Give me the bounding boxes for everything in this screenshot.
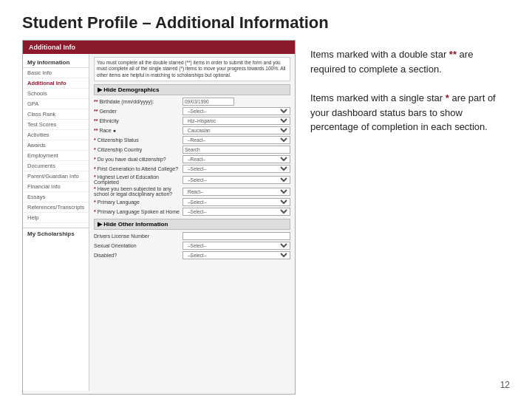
sidebar-section-label: My Information <box>23 57 89 68</box>
field-drivers-license-input[interactable] <box>183 232 290 240</box>
field-primary-language-select[interactable]: –Select– <box>183 198 290 206</box>
sidebar-item-basic-info[interactable]: Basic Info <box>23 68 89 78</box>
field-drivers-license-label: Drivers License Number <box>94 233 183 239</box>
field-home-language-label: * Primary Language Spoken at Home <box>94 209 183 214</box>
sidebar-item-references[interactable]: References/Transcripts <box>23 202 89 213</box>
mockup-body: My Information Basic Info Additional Inf… <box>23 54 295 391</box>
sidebar-item-financial[interactable]: Financial Info <box>23 182 89 192</box>
field-gender-label: ** Gender <box>94 109 183 114</box>
mockup-sidebar: My Information Basic Info Additional Inf… <box>23 54 89 391</box>
info-text-area: Items marked with a double star ** are r… <box>310 40 510 395</box>
field-sexual-orientation-select[interactable]: –Select– <box>183 242 290 250</box>
field-citizenship-country-label: * Citizenship Country <box>94 147 183 152</box>
sidebar-item-awards[interactable]: Awards <box>23 140 89 151</box>
field-disabled-select[interactable]: –Select– <box>183 251 290 259</box>
sidebar-item-schools[interactable]: Schools <box>23 89 89 99</box>
field-disciplinary: * Have you been subjected to any school … <box>94 186 290 197</box>
field-first-gen: * First Generation to Attend College? –S… <box>94 165 290 173</box>
field-race-label: ** Race ● <box>94 128 183 133</box>
field-gender-select[interactable]: –Select– <box>183 107 290 115</box>
sidebar-item-parent-guardian[interactable]: Parent/Guardian Info <box>23 171 89 182</box>
field-primary-language: * Primary Language –Select– <box>94 198 290 206</box>
field-education-level-select[interactable]: –Select– <box>183 176 290 184</box>
mockup-section1-header[interactable]: ▶ Hide Demographics <box>94 84 290 95</box>
field-dual-citizenship-label: * Do you have dual citizenship? <box>94 157 183 162</box>
field-birthdate-input[interactable] <box>183 98 234 106</box>
single-star-symbol: * <box>446 92 449 103</box>
field-primary-language-label: * Primary Language <box>94 200 183 205</box>
sidebar-item-documents[interactable]: Documents <box>23 161 89 171</box>
field-ethnicity-label: ** Ethnicity <box>94 118 183 123</box>
field-dual-citizenship-select[interactable]: –React– <box>183 155 290 163</box>
field-citizenship-country: * Citizenship Country <box>94 146 290 154</box>
sidebar-item-activities[interactable]: Activities <box>23 130 89 140</box>
field-race: ** Race ● Caucasian <box>94 126 290 134</box>
page-title: Student Profile – Additional Information <box>0 0 532 40</box>
field-citizenship-status-label: * Citizenship Status <box>94 137 183 143</box>
field-sexual-orientation-label: Sexual Orientation <box>94 243 183 248</box>
mockup-instruction: You must complete all the double starred… <box>94 57 290 81</box>
field-sexual-orientation: Sexual Orientation –Select– <box>94 242 290 250</box>
field-dual-citizenship: * Do you have dual citizenship? –React– <box>94 155 290 163</box>
sidebar-item-help[interactable]: Help <box>23 213 89 223</box>
field-citizenship-country-input[interactable] <box>183 146 290 154</box>
field-disabled: Disabled? –Select– <box>94 251 290 259</box>
sidebar-item-gpa[interactable]: GPA <box>23 99 89 109</box>
field-ethnicity: ** Ethnicity Hiz–Hispanic <box>94 117 290 125</box>
sidebar-item-test-scores[interactable]: Test Scores <box>23 120 89 130</box>
field-citizenship-status: * Citizenship Status –React– <box>94 136 290 144</box>
field-home-language: * Primary Language Spoken at Home –Selec… <box>94 208 290 216</box>
mockup-section2-header[interactable]: ▶ Hide Other Information <box>94 219 290 230</box>
page-number: 12 <box>500 380 510 390</box>
sidebar-item-employment[interactable]: Employment <box>23 151 89 161</box>
field-disciplinary-select[interactable]: React– <box>183 188 290 196</box>
field-education-level: * Highest Level of Education Completed –… <box>94 174 290 185</box>
mockup-header: Additional Info <box>23 41 295 54</box>
field-first-gen-select[interactable]: –Select– <box>183 165 290 173</box>
field-disciplinary-label: * Have you been subjected to any school … <box>94 186 183 197</box>
info-block-double-star: Items marked with a double star ** are r… <box>310 47 510 76</box>
field-home-language-select[interactable]: –Select– <box>183 208 290 216</box>
field-birthdate: ** Birthdate (mm/dd/yyyy): <box>94 98 290 106</box>
field-disabled-label: Disabled? <box>94 253 183 258</box>
content-area: Additional Info My Information Basic Inf… <box>0 40 532 395</box>
field-citizenship-status-select[interactable]: –React– <box>183 136 290 144</box>
field-ethnicity-select[interactable]: Hiz–Hispanic <box>183 117 290 125</box>
sidebar-item-class-rank[interactable]: Class Rank <box>23 109 89 120</box>
field-first-gen-label: * First Generation to Attend College? <box>94 166 183 171</box>
field-gender: ** Gender –Select– <box>94 107 290 115</box>
info-block-single-star: Items marked with a single star * are pa… <box>310 91 510 134</box>
sidebar-item-essays[interactable]: Essays <box>23 192 89 202</box>
sidebar-item-additional-info[interactable]: Additional Info <box>23 78 89 89</box>
field-drivers-license: Drivers License Number <box>94 232 290 240</box>
field-education-level-label: * Highest Level of Education Completed <box>94 174 183 185</box>
field-race-select[interactable]: Caucasian <box>183 126 290 134</box>
sidebar-scholarships-label: My Scholarships <box>23 228 89 239</box>
screenshot-mockup: Additional Info My Information Basic Inf… <box>22 40 296 395</box>
mockup-main: You must complete all the double starred… <box>89 54 295 391</box>
double-star-symbol: ** <box>449 49 457 60</box>
field-birthdate-label: ** Birthdate (mm/dd/yyyy): <box>94 99 183 104</box>
